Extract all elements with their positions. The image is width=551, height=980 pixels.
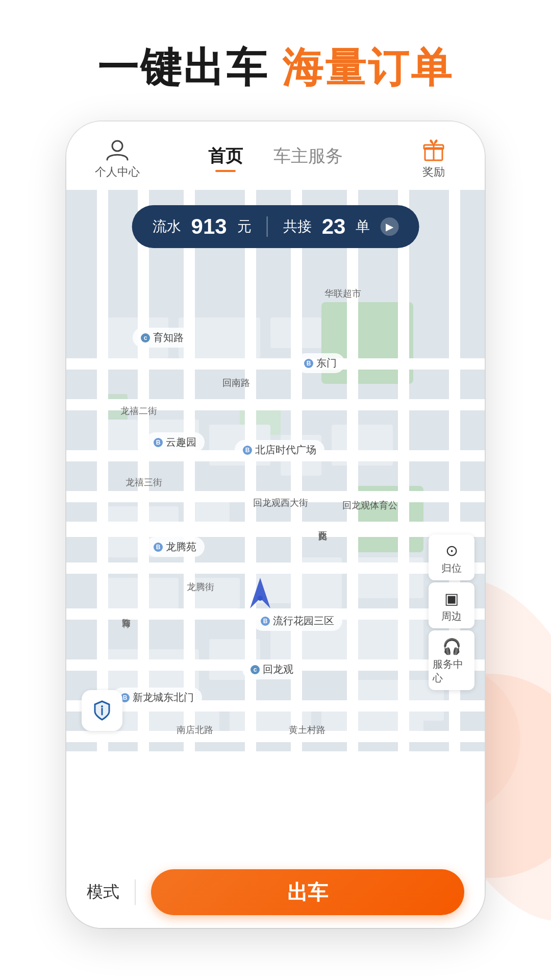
svg-rect-48 xyxy=(398,190,409,751)
map-label-xinlongcheng: B 新龙城东北门 xyxy=(112,688,202,707)
map-label-huinanlu: 回南路 xyxy=(214,374,258,392)
map-label-huilongguan: c 回龙观 xyxy=(242,659,302,679)
map-label-longxi2: 龙禧二街 xyxy=(112,402,165,420)
shield-button[interactable] xyxy=(82,690,122,731)
svg-point-53 xyxy=(101,705,103,707)
nav-reward[interactable]: 奖励 xyxy=(403,137,464,180)
nearby-btn[interactable]: ▣ 周边 xyxy=(429,582,474,628)
tab-owner-service[interactable]: 车主服务 xyxy=(273,144,343,172)
svg-rect-43 xyxy=(138,190,149,751)
gift-icon xyxy=(421,137,446,162)
svg-point-0 xyxy=(112,141,122,151)
svg-rect-42 xyxy=(97,190,108,751)
svg-rect-37 xyxy=(66,562,485,574)
nav-tabs: 首页 车主服务 xyxy=(148,144,403,172)
svg-rect-41 xyxy=(66,731,485,742)
phone-screen: 个人中心 首页 车主服务 奖励 xyxy=(66,121,485,928)
map-label-huilongguanxi: 回龙观西大街 xyxy=(245,494,316,512)
person-icon xyxy=(105,137,130,162)
tab-home[interactable]: 首页 xyxy=(208,144,243,172)
map-label-beidian: B 北店时代广场 xyxy=(235,440,324,460)
map-label-yuzhilu: c 育知路 xyxy=(133,328,192,348)
map-label-huangtucun: 黄土村路 xyxy=(281,721,334,739)
map-label-longxi3: 龙禧三街 xyxy=(117,473,170,492)
bottom-bar: 模式 出车 xyxy=(66,856,485,928)
nav-personal-center[interactable]: 个人中心 xyxy=(87,137,148,180)
map-label-yunquyuan: B 云趣园 xyxy=(145,432,205,452)
stats-divider xyxy=(267,216,268,237)
map-label-hualian: 华联超市 xyxy=(316,284,369,303)
revenue-label: 流水 xyxy=(153,217,181,236)
orders-unit: 单 xyxy=(356,217,370,236)
orders-label: 共接 xyxy=(283,217,312,236)
reward-label: 奖励 xyxy=(422,164,445,180)
svg-rect-47 xyxy=(347,190,358,751)
map-label-nandianbei: 南店北路 xyxy=(168,721,221,739)
bottom-divider xyxy=(135,879,136,905)
map-label-wenhualuxilu: 文化西路 xyxy=(309,522,337,528)
nearby-label: 周边 xyxy=(441,609,462,623)
revenue-unit: 元 xyxy=(237,217,252,236)
navbar: 个人中心 首页 车主服务 奖励 xyxy=(66,121,485,190)
svg-rect-44 xyxy=(184,190,195,751)
map-label-longtengjie: 龙腾街 xyxy=(179,578,222,596)
locate-btn[interactable]: ⊙ 归位 xyxy=(429,534,474,580)
orders-count: 23 xyxy=(322,214,346,239)
nearby-icon: ▣ xyxy=(444,590,459,607)
map-label-yuzhilu2: 育知路 xyxy=(112,608,140,615)
svg-rect-36 xyxy=(66,522,485,537)
mode-label: 模式 xyxy=(87,881,119,903)
stats-bar[interactable]: 流水 913 元 共接 23 单 ▶ xyxy=(132,205,419,248)
headline-part2: 海量订单 xyxy=(282,45,454,90)
map-label-huilongguantiyugong: 回龙观体育公 xyxy=(334,496,406,514)
map-label-liuxing: B 流行花园三区 xyxy=(253,611,342,631)
service-btn[interactable]: 🎧 服务中心 xyxy=(429,630,474,690)
shield-icon xyxy=(91,699,113,722)
headline-section: 一键出车 海量订单 xyxy=(0,0,551,96)
start-driving-button[interactable]: 出车 xyxy=(151,869,464,915)
stats-arrow-btn[interactable]: ▶ xyxy=(380,217,398,236)
revenue-amount: 913 xyxy=(191,214,227,239)
svg-point-51 xyxy=(258,596,263,601)
headline-part1: 一键出车 xyxy=(97,45,269,90)
service-label: 服务中心 xyxy=(433,657,470,685)
map-label-longtengyuan: B 龙腾苑 xyxy=(145,537,205,557)
map-container: c 育知路 B 东门 回南路 龙禧二街 B 云趣园 B 北店时代广场 龙 xyxy=(66,190,485,751)
headset-icon: 🎧 xyxy=(442,638,461,655)
locate-icon: ⊙ xyxy=(445,542,458,559)
map-label-dongmen: B 东门 xyxy=(296,353,345,373)
phone-mockup: 个人中心 首页 车主服务 奖励 xyxy=(0,121,551,928)
personal-center-label: 个人中心 xyxy=(95,164,140,180)
svg-rect-32 xyxy=(66,358,485,370)
locate-label: 归位 xyxy=(441,561,462,575)
map-controls: ⊙ 归位 ▣ 周边 🎧 服务中心 xyxy=(429,534,474,690)
